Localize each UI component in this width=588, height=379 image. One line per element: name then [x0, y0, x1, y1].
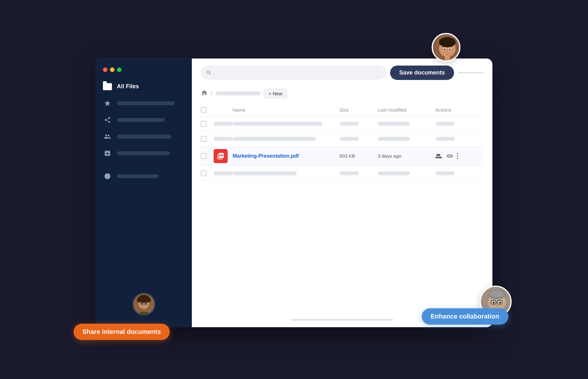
row-size-bar [340, 137, 359, 141]
svg-point-0 [104, 173, 110, 179]
scene: All Files [70, 33, 518, 346]
table-row[interactable] [201, 131, 483, 146]
sidebar: All Files [96, 59, 192, 327]
share-icon [103, 115, 112, 124]
select-all-checkbox[interactable] [201, 107, 207, 113]
sidebar-item-shared[interactable] [96, 112, 192, 128]
breadcrumb: / + New [192, 85, 492, 104]
share-badge: Share internal documents [74, 324, 170, 340]
breadcrumb-path-bar [216, 91, 260, 95]
row-checkbox[interactable] [201, 121, 207, 127]
file-size: 503 KB [340, 153, 355, 159]
svg-point-7 [139, 296, 144, 300]
maximize-button[interactable] [117, 67, 122, 72]
header-size: Size [340, 107, 378, 113]
header-modified: Last modified [378, 107, 435, 113]
topbar: Save documents [192, 59, 492, 85]
topbar-slider [458, 72, 483, 73]
sidebar-item-all-files[interactable]: All Files [96, 78, 192, 95]
star-icon [103, 99, 112, 108]
home-icon[interactable] [201, 89, 208, 98]
svg-point-8 [144, 296, 148, 300]
file-name[interactable]: Marketing-Presentation.pdf [233, 153, 299, 159]
row-date-bar [378, 171, 410, 175]
bottom-label-bar [117, 174, 159, 178]
file-table: Name Size Last modified Actions [192, 104, 492, 315]
svg-point-25 [444, 48, 445, 50]
row-name-bar [233, 122, 322, 126]
svg-point-33 [490, 291, 504, 297]
table-row-marketing-presentation[interactable]: Marketing-Presentation.pdf 503 KB 3 days… [201, 146, 483, 166]
sidebar-user-section [96, 288, 192, 321]
pdf-file-icon [214, 149, 228, 163]
bottom-icon [103, 172, 112, 181]
header-name: Name [233, 107, 340, 113]
archive-label-bar [117, 151, 170, 155]
close-button[interactable] [103, 67, 107, 72]
row-date-bar [378, 122, 410, 126]
row-size-bar [340, 122, 359, 126]
table-row[interactable] [201, 166, 483, 181]
svg-point-37 [499, 302, 501, 304]
save-documents-button[interactable]: Save documents [390, 66, 454, 80]
breadcrumb-separator: / [211, 91, 212, 96]
minimize-button[interactable] [110, 67, 114, 72]
people-icon [103, 132, 112, 141]
avatar-top-right [432, 33, 460, 62]
row-actions-bar [435, 171, 455, 175]
table-header: Name Size Last modified Actions [201, 104, 483, 116]
row-icon-bar [214, 137, 233, 141]
row-actions-bar [435, 122, 455, 126]
enhance-badge-text: Enhance collaboration [431, 313, 499, 320]
table-row[interactable] [201, 116, 483, 131]
sidebar-all-files-label: All Files [117, 83, 139, 90]
row-icon-bar [214, 122, 233, 126]
window-controls [96, 65, 192, 78]
folder-icon [103, 82, 112, 91]
svg-point-22 [440, 37, 454, 45]
people-label-bar [117, 135, 171, 138]
sidebar-item-bottom[interactable] [96, 168, 192, 185]
row-date-bar [378, 137, 410, 141]
new-button[interactable]: + New [263, 88, 287, 99]
row-icon-bar [214, 171, 233, 175]
horizontal-scrollbar[interactable] [291, 319, 393, 321]
svg-point-26 [449, 48, 451, 50]
svg-point-14 [457, 153, 458, 154]
svg-point-36 [493, 302, 495, 304]
search-icon [206, 70, 212, 75]
file-modified-date: 3 days ago [378, 153, 401, 159]
file-actions [435, 153, 483, 160]
header-checkbox-col [201, 107, 214, 113]
sidebar-item-starred[interactable] [96, 95, 192, 112]
share-badge-text: Share internal documents [82, 328, 161, 335]
svg-point-15 [457, 155, 458, 157]
row-checkbox[interactable] [201, 153, 207, 159]
main-content: Save documents / + New [192, 59, 492, 327]
search-bar[interactable] [201, 66, 387, 80]
more-options-icon[interactable] [457, 153, 459, 160]
svg-point-9 [141, 303, 143, 304]
app-window: All Files [96, 59, 492, 327]
svg-point-16 [457, 158, 458, 159]
svg-point-10 [145, 303, 147, 304]
header-actions: Actions [435, 107, 483, 113]
row-actions-bar [435, 137, 455, 141]
shared-label-bar [117, 118, 165, 122]
archive-icon [103, 149, 112, 158]
row-checkbox[interactable] [201, 170, 207, 176]
row-name-bar [233, 171, 297, 175]
row-size-bar [340, 171, 359, 175]
sidebar-item-people[interactable] [96, 128, 192, 145]
sidebar-item-archive[interactable] [96, 145, 192, 162]
share-group-icon[interactable] [435, 153, 443, 159]
row-name-bar [233, 137, 316, 141]
header-icon-col [214, 107, 233, 113]
enhance-badge: Enhance collaboration [422, 308, 508, 325]
link-icon[interactable] [446, 153, 453, 160]
row-checkbox[interactable] [201, 136, 207, 142]
user-avatar[interactable] [132, 293, 155, 316]
starred-label-bar [117, 101, 175, 105]
